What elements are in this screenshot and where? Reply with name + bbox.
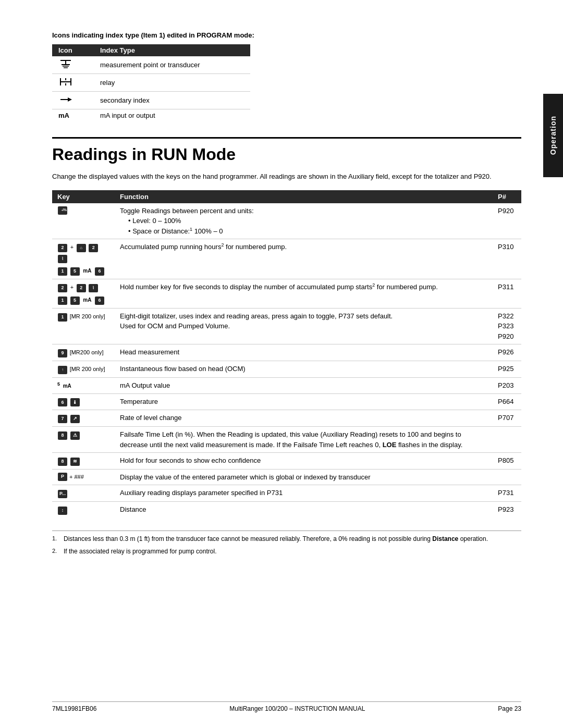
key-ma-label: 5 xyxy=(57,383,60,389)
footnote-2-num: 2. xyxy=(52,547,60,556)
table-row: ↕ Distance P923 xyxy=(52,502,521,518)
key-6t-icon: 6 xyxy=(95,297,104,305)
key-failsafe: 8 ⚠ xyxy=(52,427,115,453)
func-param: Display the value of the entered paramet… xyxy=(115,469,493,485)
key-aux: P... xyxy=(52,485,115,502)
footer-center: MultiRanger 100/200 – INSTRUCTION MANUAL xyxy=(229,705,365,712)
pnum-rate: P707 xyxy=(493,410,521,427)
main-table-header-pnum: P# xyxy=(493,190,521,203)
table-row: ↑ [MR 200 only] Instantaneous flow based… xyxy=(52,361,521,378)
table-row: 7 ↗ Rate of level change P707 xyxy=(52,410,521,427)
key-inst-icon: ↑ xyxy=(58,366,67,374)
table-row: measurement point or transducer xyxy=(52,56,250,74)
pnum-param xyxy=(493,469,521,485)
main-table: Key Function P# ÷% Toggle Readings betwe… xyxy=(52,190,521,518)
key-pump-icon: ⌂ xyxy=(77,244,86,252)
key-failsafe-icon: ⚠ xyxy=(70,431,80,440)
func-head: Head measurement xyxy=(115,344,493,361)
key-7-icon: 7 xyxy=(58,415,67,423)
key-rate: 7 ↗ xyxy=(52,410,115,427)
key-echo2-icon: ≋ xyxy=(70,458,80,466)
icon-table-cell-relay: relay xyxy=(94,74,250,92)
key-5-icon: 5 xyxy=(70,267,80,276)
footnote-2-text: If the associated relay is programmed fo… xyxy=(64,547,216,556)
table-row: P + ### Display the value of the entered… xyxy=(52,469,521,485)
key-ma-text: mA xyxy=(63,383,71,389)
list-item: Space or Distance:1 100% – 0 xyxy=(128,226,487,237)
table-row: ÷% Toggle Readings between percent and u… xyxy=(52,203,521,239)
key-6-icon: 6 xyxy=(95,267,104,276)
func-aux: Auxiliary reading displays parameter spe… xyxy=(115,485,493,502)
table-row: 6 🌡 Temperature P664 xyxy=(52,393,521,410)
key-totalizer: 1 [MR 200 only] xyxy=(52,308,115,344)
footnote-1-num: 1. xyxy=(52,534,60,544)
key-8-icon: 8 xyxy=(58,431,67,440)
table-row: 9 [MR200 only] Head measurement P926 xyxy=(52,344,521,361)
icon-secondary xyxy=(52,92,94,109)
main-table-header-function: Function xyxy=(115,190,493,203)
footnote-1: 1. Distances less than 0.3 m (1 ft) from… xyxy=(52,534,521,544)
icon-table: Icon Index Type xyxy=(52,44,250,121)
footnote-2: 2. If the associated relay is programmed… xyxy=(52,547,521,556)
icon-transducer xyxy=(52,56,94,74)
bullet-list-percent: Level: 0 – 100% Space or Distance:1 100%… xyxy=(120,216,487,236)
page-container: Operation Icons indicating index type (I… xyxy=(0,0,563,728)
table-row: relay xyxy=(52,74,250,92)
percent-key-icon: ÷% xyxy=(58,206,67,215)
pnum-totalizer: P322P323P920 xyxy=(493,308,521,344)
key-echo-icon: 8 xyxy=(58,458,67,466)
pnum-failsafe xyxy=(493,427,521,453)
mr200-label-1: [MR 200 only] xyxy=(70,313,105,319)
key-pump-hours: 2 + ⌂ 2 ⌇ 1 5 mA 6 xyxy=(52,239,115,279)
key-2d-icon: 2 xyxy=(77,284,86,292)
func-pump-starts: Hold number key for five seconds to disp… xyxy=(115,279,493,309)
icon-table-header-type: Index Type xyxy=(94,44,250,56)
top-heading: Icons indicating index type (Item 1) edi… xyxy=(52,31,521,39)
func-temp: Temperature xyxy=(115,393,493,410)
pnum-ma-output: P203 xyxy=(493,378,521,394)
table-row: 8 ≋ Hold for four seconds to show echo c… xyxy=(52,453,521,470)
pnum-percent: P920 xyxy=(493,203,521,239)
distance-bold: Distance xyxy=(432,535,458,542)
key-aux-icon: P... xyxy=(58,490,67,498)
key-dist: ↕ xyxy=(52,502,115,518)
table-row: 8 ⚠ Failsafe Time Left (in %). When the … xyxy=(52,427,521,453)
page-footer: 7ML19981FB06 MultiRanger 100/200 – INSTR… xyxy=(52,701,521,712)
mr200-label-3: [MR 200 only] xyxy=(70,366,105,372)
func-inst-flow: Instantaneous flow based on head (OCM) xyxy=(115,361,493,378)
table-row: 2 + ⌂ 2 ⌇ 1 5 mA 6 Accumulated pump runn… xyxy=(52,239,521,279)
svg-marker-11 xyxy=(68,97,72,102)
icon-ma: mA xyxy=(52,109,94,122)
key-therm-icon: 🌡 xyxy=(70,398,80,406)
pnum-temp: P664 xyxy=(493,393,521,410)
key-2-icon: 2 xyxy=(58,244,67,252)
table-row: mA mA input or output xyxy=(52,109,250,122)
func-dist: Distance xyxy=(115,502,493,518)
key-echo: 8 ≋ xyxy=(52,453,115,470)
key-head: 9 [MR200 only] xyxy=(52,344,115,361)
pnum-pump-hours: P310 xyxy=(493,239,521,279)
table-row: 5 mA mA Output value P203 xyxy=(52,378,521,394)
pnum-head: P926 xyxy=(493,344,521,361)
key-1s-icon: 1 xyxy=(58,267,67,276)
loe-text: LOE xyxy=(383,441,397,449)
pnum-echo: P805 xyxy=(493,453,521,470)
func-failsafe: Failsafe Time Left (in %). When the Read… xyxy=(115,427,493,453)
key-rate-icon: ↗ xyxy=(70,415,80,423)
top-section: Icons indicating index type (Item 1) edi… xyxy=(52,31,521,121)
table-row: P... Auxiliary reading displays paramete… xyxy=(52,485,521,502)
main-table-header-key: Key xyxy=(52,190,115,203)
pnum-inst-flow: P925 xyxy=(493,361,521,378)
table-row: 1 [MR 200 only] Eight-digit totalizer, u… xyxy=(52,308,521,344)
key-temp: 6 🌡 xyxy=(52,393,115,410)
func-ma-output: mA Output value xyxy=(115,378,493,394)
pnum-dist: P923 xyxy=(493,502,521,518)
footer-left: 7ML19981FB06 xyxy=(52,705,96,712)
key-inst-flow: ↑ [MR 200 only] xyxy=(52,361,115,378)
intro-text: Change the displayed values with the key… xyxy=(52,171,521,182)
key-param: P + ### xyxy=(52,469,115,485)
pnum-pump-starts: P311 xyxy=(493,279,521,309)
key-param-icon: P xyxy=(58,473,67,481)
key-ma-output: 5 mA xyxy=(52,378,115,394)
func-percent: Toggle Readings between percent and unit… xyxy=(115,203,493,239)
